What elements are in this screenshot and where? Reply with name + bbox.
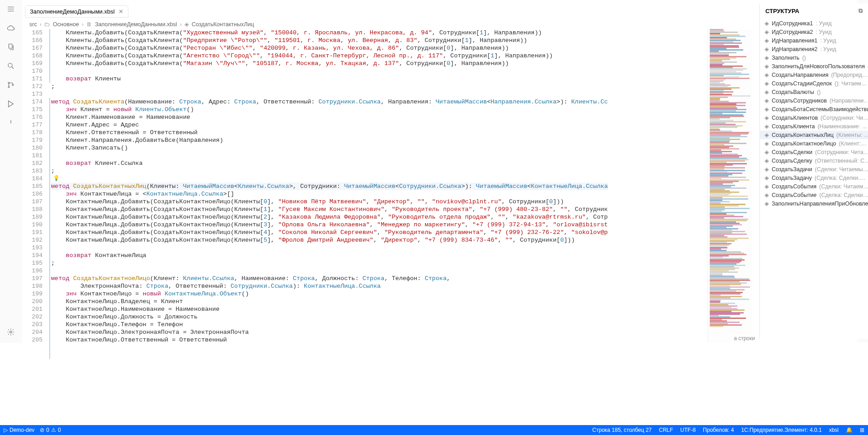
structure-item[interactable]: ◈ИдНаправления2 : Ууид	[760, 45, 868, 53]
cloud-icon[interactable]	[5, 23, 16, 33]
settings-icon[interactable]	[5, 327, 16, 337]
svg-point-1	[8, 63, 12, 67]
structure-item[interactable]: ◈СоздатьСобытие (Сделка: Сделки…	[760, 191, 868, 199]
symbol-icon: ◈	[764, 114, 769, 121]
structure-title: СТРУКТУРА	[765, 8, 799, 14]
symbol-icon: ◈	[764, 123, 769, 130]
folder-icon: 🗀	[44, 21, 50, 28]
structure-item[interactable]: ◈СоздатьНаправления (Предопред…	[760, 70, 868, 79]
breadcrumb-item[interactable]: ЗаполнениеДемоДанными.xbsl	[95, 21, 177, 28]
structure-item[interactable]: ◈ИдНаправления1 : Ууид	[760, 36, 868, 45]
svg-point-5	[10, 331, 12, 333]
symbol-icon: ◈	[764, 46, 769, 52]
svg-point-4	[12, 84, 14, 86]
git-icon[interactable]	[5, 80, 16, 90]
restore-icon[interactable]: ⧉	[859, 7, 863, 14]
symbol-icon: ◈	[764, 149, 769, 155]
structure-list: ◈ИдСотрудника1 : Ууид◈ИдСотрудника2 : Уу…	[760, 18, 868, 209]
spaces-button[interactable]: Пробелов: 4	[703, 427, 734, 433]
row-hint: а строки	[731, 334, 758, 342]
code-area[interactable]: Клиенты.Добавить(СоздатьКлиента("Художес…	[51, 29, 608, 344]
branch-button[interactable]: ▷ Demo-dev	[4, 427, 34, 433]
symbol-icon: ◈	[764, 200, 769, 207]
eol-button[interactable]: CRLF	[659, 427, 673, 433]
platform-label[interactable]: 1С:Предприятие.Элемент: 4.0.1	[741, 427, 821, 433]
breadcrumb[interactable]: src› 🗀Основное› 🗎ЗаполнениеДемоДанными.x…	[29, 21, 254, 28]
structure-item[interactable]: ◈ЗаполнитьДляНовогоПользователя (…	[760, 62, 868, 70]
structure-item[interactable]: ◈СоздатьЗадачи (Сделки: Читаемы…	[760, 165, 868, 173]
symbol-icon: ◈	[764, 37, 769, 44]
structure-item[interactable]: ◈Заполнить ()	[760, 53, 868, 62]
tab-label: ЗаполнениеДемоДанными.xbsl	[30, 8, 115, 15]
cursor-pos[interactable]: Строка 185, столбец 27	[592, 427, 651, 433]
structure-item[interactable]: ◈СоздатьКлиентов (Сотрудники: Чи…	[760, 113, 868, 122]
menu-icon[interactable]	[5, 4, 16, 14]
structure-item[interactable]: ◈СоздатьКлиента (Наименование: …	[760, 122, 868, 131]
symbol-icon: ◈	[764, 157, 769, 164]
symbol-icon: ◈	[764, 166, 769, 173]
minimap[interactable]	[708, 29, 752, 342]
structure-item[interactable]: ◈СоздатьСделки (Сотрудники: Чита…	[760, 148, 868, 156]
line-gutter: 1651661671681691701711721731741751761771…	[25, 29, 50, 344]
symbol-icon: ◈	[764, 106, 769, 112]
svg-rect-0	[9, 44, 13, 48]
method-icon: ◈	[184, 21, 189, 28]
code-editor[interactable]: 1651661671681691701711721731741751761771…	[25, 29, 524, 342]
activity-bar	[0, 0, 22, 343]
problems-button[interactable]: ⊘ 0 ⚠ 0	[40, 427, 61, 433]
svg-point-3	[8, 86, 9, 88]
structure-item[interactable]: ◈СоздатьВалюты ()	[760, 88, 868, 96]
debug-icon[interactable]	[5, 98, 16, 109]
breadcrumb-item[interactable]: СоздатьКонтактныхЛиц	[192, 21, 254, 28]
symbol-icon: ◈	[764, 20, 769, 27]
warning-icon[interactable]	[5, 117, 16, 128]
lightbulb-icon[interactable]: 💡	[53, 175, 60, 182]
bell-icon[interactable]: 🔔	[846, 427, 853, 433]
symbol-icon: ◈	[764, 28, 769, 35]
structure-item[interactable]: ◈ЗаполнитьНаправленияПриОбновлен	[760, 199, 868, 208]
structure-item[interactable]: ◈СоздатьБотаСистемыВзаимодействия	[760, 105, 868, 113]
symbol-icon: ◈	[764, 192, 769, 198]
symbol-icon: ◈	[764, 97, 769, 104]
symbol-icon: ◈	[764, 140, 769, 147]
structure-item[interactable]: ◈СоздатьКонтактноеЛицо (Клиент:…	[760, 139, 868, 148]
symbol-icon: ◈	[764, 71, 769, 78]
symbol-icon: ◈	[764, 80, 769, 87]
structure-item[interactable]: ◈ИдСотрудника2 : Ууид	[760, 28, 868, 36]
symbol-icon: ◈	[764, 131, 769, 138]
structure-item[interactable]: ◈СоздатьСотрудников (Направлени…	[760, 96, 868, 105]
symbol-icon: ◈	[764, 54, 769, 61]
structure-item[interactable]: ◈СоздатьСтадииСделок (): Читаем…	[760, 79, 868, 88]
editor-tabs: ЗаполнениеДемоДанными.xbsl ✕	[25, 5, 128, 18]
status-bar: ▷ Demo-dev ⊘ 0 ⚠ 0 Строка 185, столбец 2…	[0, 425, 868, 435]
svg-point-2	[8, 82, 9, 84]
close-icon[interactable]: ✕	[118, 8, 123, 15]
layout-icon[interactable]: ⊞	[860, 427, 864, 433]
search-icon[interactable]	[5, 61, 16, 71]
symbol-icon: ◈	[764, 89, 769, 95]
structure-item[interactable]: ◈СоздатьЗадачу (Сделка: Сделки.…	[760, 173, 868, 182]
structure-panel: СТРУКТУРА ⧉ ◈ИдСотрудника1 : Ууид◈ИдСотр…	[760, 4, 868, 339]
symbol-icon: ◈	[764, 63, 769, 70]
symbol-icon: ◈	[764, 183, 769, 190]
structure-item[interactable]: ◈СоздатьКонтактныхЛиц (Клиенты: …	[760, 131, 868, 139]
structure-item[interactable]: ◈СоздатьСделку (Ответственный: С…	[760, 156, 868, 165]
files-icon[interactable]	[5, 42, 16, 52]
tab-file[interactable]: ЗаполнениеДемоДанными.xbsl ✕	[25, 5, 128, 18]
structure-item[interactable]: ◈ИдСотрудника1 : Ууид	[760, 19, 868, 28]
symbol-icon: ◈	[764, 174, 769, 181]
file-icon: 🗎	[86, 21, 92, 28]
breadcrumb-item[interactable]: src	[29, 21, 37, 28]
encoding-button[interactable]: UTF-8	[680, 427, 696, 433]
lang-label[interactable]: xbsl	[829, 427, 839, 433]
structure-item[interactable]: ◈СоздатьСобытия (Сделки: Читаем…	[760, 182, 868, 191]
breadcrumb-item[interactable]: Основное	[53, 21, 79, 28]
